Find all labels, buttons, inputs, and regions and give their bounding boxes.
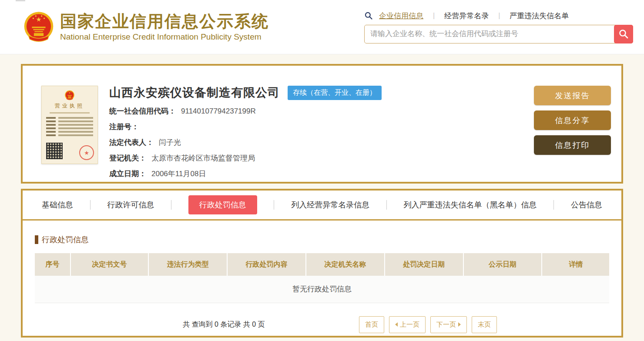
field-registration-number: 注册号： xyxy=(109,122,534,132)
license-red-seal: ★ xyxy=(79,145,94,160)
col-penalty-decision-date: 处罚决定日期 xyxy=(385,253,463,276)
tab-bar: 基础信息 行政许可信息 行政处罚信息 列入经营异常名录信息 列入严重违法失信名单… xyxy=(23,191,621,221)
search-button[interactable] xyxy=(614,25,633,43)
print-info-button[interactable]: 信息打印 xyxy=(534,135,611,155)
field-credit-code: 统一社会信用代码： 91140107794237199R xyxy=(109,106,534,116)
search-icon xyxy=(618,29,629,39)
company-summary-card: 营业执照 ★ 山西永安殡仪设备制造有限公司 存续（在营、开业、在册） 统一社会信… xyxy=(21,64,623,184)
nav-item-illegal-list[interactable]: 严重违法失信名单 xyxy=(510,11,569,21)
empty-state-row: 暂无行政处罚信息 xyxy=(35,276,609,303)
site-header: 国家企业信用信息公示系统 National Enterprise Credit … xyxy=(0,0,644,54)
company-action-buttons: 发送报告 信息分享 信息打印 xyxy=(534,86,611,182)
tab-basic-info[interactable]: 基础信息 xyxy=(42,200,73,210)
company-info: 山西永安殡仪设备制造有限公司 存续（在营、开业、在册） 统一社会信用代码： 91… xyxy=(98,66,534,182)
col-publicity-date: 公示日期 xyxy=(463,253,542,276)
col-decision-doc-number: 决定书文号 xyxy=(70,253,149,276)
table-header-row: 序号 决定书文号 违法行为类型 行政处罚内容 决定机关名称 处罚决定日期 公示日… xyxy=(35,253,609,276)
right-arrow-icon xyxy=(458,322,461,327)
business-license-thumbnail[interactable]: 营业执照 ★ xyxy=(41,86,98,164)
col-violation-type: 违法行为类型 xyxy=(148,253,227,276)
license-qr-code xyxy=(46,143,63,159)
tab-separator xyxy=(553,200,554,210)
col-seq: 序号 xyxy=(35,253,70,276)
first-page-button[interactable]: 首页 xyxy=(359,316,384,333)
col-penalty-content: 行政处罚内容 xyxy=(227,253,306,276)
col-decision-authority: 决定机关名称 xyxy=(306,253,385,276)
send-report-button[interactable]: 发送报告 xyxy=(534,86,611,105)
field-registration-authority: 登记机关： 太原市杏花岭区市场监督管理局 xyxy=(109,153,534,163)
search-input[interactable] xyxy=(364,25,633,43)
site-brand: 国家企业信用信息公示系统 National Enterprise Credit … xyxy=(23,10,269,44)
company-name: 山西永安殡仪设备制造有限公司 xyxy=(109,85,280,100)
penalty-table: 序号 决定书文号 违法行为类型 行政处罚内容 决定机关名称 处罚决定日期 公示日… xyxy=(35,253,609,303)
tab-serious-illegal-blacklist[interactable]: 列入严重违法失信名单（黑名单）信息 xyxy=(404,200,537,210)
pager: 首页 上一页 下一页 末页 xyxy=(359,316,497,333)
col-details: 详情 xyxy=(542,253,609,276)
prev-page-button[interactable]: 上一页 xyxy=(389,316,426,333)
top-nav: 企业信用信息 | 经营异常名录 | 严重违法失信名单 xyxy=(364,11,633,21)
national-emblem-icon xyxy=(64,90,75,101)
section-title: 行政处罚信息 xyxy=(35,234,609,245)
tab-abnormal-operations[interactable]: 列入经营异常名录信息 xyxy=(291,200,369,210)
nav-item-abnormal-list[interactable]: 经营异常名录 xyxy=(444,11,489,21)
nav-item-credit-info[interactable]: 企业信用信息 xyxy=(379,11,423,21)
empty-state-text: 暂无行政处罚信息 xyxy=(35,276,609,303)
tab-announcements[interactable]: 公告信息 xyxy=(571,200,602,210)
tab-separator xyxy=(171,200,171,210)
record-count-summary: 共 查询到 0 条记录 共 0 页 xyxy=(183,320,265,329)
share-info-button[interactable]: 信息分享 xyxy=(534,110,611,130)
site-title: 国家企业信用信息公示系统 xyxy=(60,12,269,31)
section-title-marker xyxy=(35,235,38,244)
detail-tabs-card: 基础信息 行政许可信息 行政处罚信息 列入经营异常名录信息 列入严重违法失信名单… xyxy=(21,189,623,338)
tab-separator xyxy=(386,200,387,210)
company-status-badge: 存续（在营、开业、在册） xyxy=(288,86,382,100)
penalty-panel: 行政处罚信息 序号 决定书文号 违法行为类型 行政处罚内容 决定机关名称 处罚决… xyxy=(23,221,621,333)
next-page-button[interactable]: 下一页 xyxy=(430,316,467,333)
last-page-button[interactable]: 末页 xyxy=(472,316,497,333)
national-emblem-icon xyxy=(23,10,55,44)
tab-separator xyxy=(274,200,274,210)
license-title: 营业执照 xyxy=(46,102,93,110)
header-search-area: 企业信用信息 | 经营异常名录 | 严重违法失信名单 xyxy=(364,11,633,43)
pagination-row: 共 查询到 0 条记录 共 0 页 首页 上一页 下一页 末页 xyxy=(35,316,609,333)
tab-separator xyxy=(90,200,91,210)
field-legal-representative: 法定代表人： 闫子光 xyxy=(109,137,534,147)
tab-admin-license[interactable]: 行政许可信息 xyxy=(107,200,154,210)
site-subtitle: National Enterprise Credit Information P… xyxy=(60,32,269,42)
nav-separator: | xyxy=(498,12,500,20)
tab-admin-penalty[interactable]: 行政处罚信息 xyxy=(188,195,257,214)
screenshot-artifact xyxy=(16,0,25,1)
left-arrow-icon xyxy=(395,322,398,327)
field-establishment-date: 成立日期： 2006年11月08日 xyxy=(109,169,534,179)
nav-separator: | xyxy=(433,12,435,20)
search-icon xyxy=(364,11,373,20)
